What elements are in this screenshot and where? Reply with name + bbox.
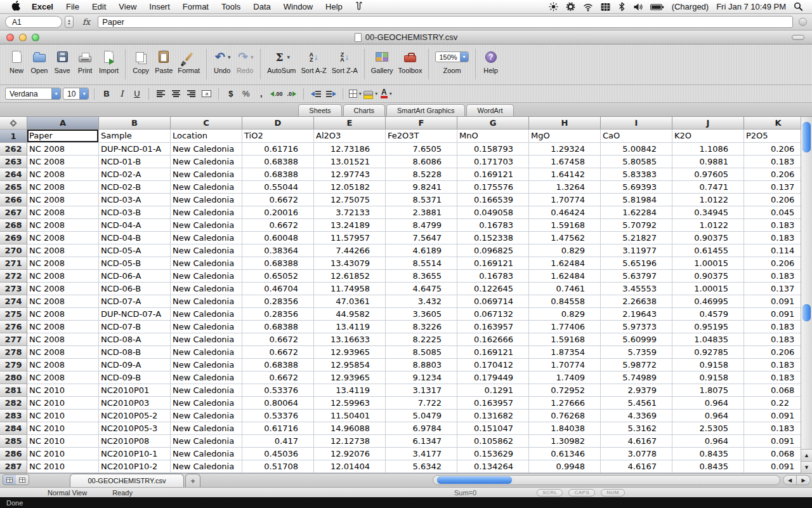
cell-D269[interactable]: 0.60048 (242, 232, 314, 244)
cell-D264[interactable]: 0.68388 (242, 168, 314, 181)
cell-J262[interactable]: 1.1086 (672, 143, 744, 156)
cell-B269[interactable]: NCD-04-B (99, 232, 171, 244)
cell-I274[interactable]: 2.26638 (601, 295, 672, 308)
cell-F268[interactable]: 8.4799 (386, 219, 457, 232)
column-header-I[interactable]: I (601, 117, 672, 130)
cell-H275[interactable]: 0.829 (529, 308, 601, 321)
cell-H282[interactable]: 1.27666 (529, 397, 601, 410)
cell-I266[interactable]: 5.81984 (601, 194, 672, 206)
cell-C270[interactable]: New Caledonia (171, 244, 242, 257)
cell-B262[interactable]: DUP-NCD-01-A (99, 143, 171, 156)
cell-F265[interactable]: 9.8241 (386, 181, 457, 194)
row-header-282[interactable]: 282 (0, 397, 27, 410)
cell-G278[interactable]: 0.169121 (457, 346, 529, 359)
cell-F262[interactable]: 7.6505 (386, 143, 457, 156)
cell-B272[interactable]: NCD-06-A (99, 270, 171, 283)
cell-F276[interactable]: 8.3226 (386, 321, 457, 333)
cell-H274[interactable]: 0.84558 (529, 295, 601, 308)
cell-J284[interactable]: 2.5305 (672, 422, 744, 435)
horizontal-scrollbar[interactable] (433, 475, 780, 485)
sort-z-a-button[interactable]: ZA↓Sort Z-A (329, 48, 360, 74)
cell-J270[interactable]: 0.61455 (672, 244, 744, 257)
cell-A286[interactable]: NC 2010 (27, 448, 99, 460)
cell-A287[interactable]: NC 2010 (27, 460, 99, 473)
cell-J287[interactable]: 0.8435 (672, 460, 744, 473)
cell-H279[interactable]: 1.70774 (529, 359, 601, 371)
cell-D273[interactable]: 0.46704 (242, 283, 314, 295)
cell-H263[interactable]: 1.67458 (529, 156, 601, 168)
cell-F286[interactable]: 3.4177 (386, 448, 457, 460)
column-header-E[interactable]: E (314, 117, 386, 130)
cell-B280[interactable]: NCD-09-B (99, 371, 171, 384)
row-header-270[interactable]: 270 (0, 244, 27, 257)
column-header-G[interactable]: G (457, 117, 529, 130)
cell-H268[interactable]: 1.59168 (529, 219, 601, 232)
cell-F277[interactable]: 8.2225 (386, 333, 457, 346)
menu-excel[interactable]: Excel (25, 2, 60, 11)
cell-D280[interactable]: 0.6672 (242, 371, 314, 384)
cell-C284[interactable]: New Caledonia (171, 422, 242, 435)
volume-icon[interactable] (633, 3, 643, 11)
row-header-262[interactable]: 262 (0, 143, 27, 156)
cell-G271[interactable]: 0.169121 (457, 257, 529, 270)
formula-input[interactable]: Paper (98, 16, 793, 28)
cell-H281[interactable]: 0.72952 (529, 384, 601, 397)
cell-E273[interactable]: 11.74958 (314, 283, 386, 295)
column-header-J[interactable]: J (672, 117, 744, 130)
cell-F269[interactable]: 7.5647 (386, 232, 457, 244)
cell-E265[interactable]: 12.05182 (314, 181, 386, 194)
cell-C265[interactable]: New Caledonia (171, 181, 242, 194)
row-header-287[interactable]: 287 (0, 460, 27, 473)
minimize-button[interactable] (19, 34, 27, 41)
bold-button[interactable]: B (100, 88, 113, 100)
row-header-284[interactable]: 284 (0, 422, 27, 435)
cell-B273[interactable]: NCD-06-B (99, 283, 171, 295)
cell-A269[interactable]: NC 2008 (27, 232, 99, 244)
cell-A266[interactable]: NC 2008 (27, 194, 99, 206)
cell-A262[interactable]: NC 2008 (27, 143, 99, 156)
cell-E267[interactable]: 3.72133 (314, 206, 386, 219)
cell-A285[interactable]: NC 2010 (27, 435, 99, 448)
cell-H278[interactable]: 1.87354 (529, 346, 601, 359)
comma-button[interactable]: , (254, 88, 268, 100)
cell-E287[interactable]: 12.01404 (314, 460, 386, 473)
cell-B263[interactable]: NCD-01-B (99, 156, 171, 168)
currency-button[interactable]: $ (224, 88, 237, 100)
cell-A270[interactable]: NC 2008 (27, 244, 99, 257)
cell-G262[interactable]: 0.158793 (457, 143, 529, 156)
cell-E263[interactable]: 13.01521 (314, 156, 386, 168)
cell-I280[interactable]: 5.74989 (601, 371, 672, 384)
cell-A280[interactable]: NC 2008 (27, 371, 99, 384)
print-button[interactable]: Print (74, 48, 96, 74)
cell-C279[interactable]: New Caledonia (171, 359, 242, 371)
cell-F280[interactable]: 9.1234 (386, 371, 457, 384)
cell-B286[interactable]: NC2010P10-1 (99, 448, 171, 460)
cell-C280[interactable]: New Caledonia (171, 371, 242, 384)
cell-D277[interactable]: 0.6672 (242, 333, 314, 346)
cell-H266[interactable]: 1.70774 (529, 194, 601, 206)
increase-indent-button[interactable] (324, 88, 337, 100)
cell-B281[interactable]: NC2010P01 (99, 384, 171, 397)
cell-B264[interactable]: NCD-02-A (99, 168, 171, 181)
cell-F287[interactable]: 5.6342 (386, 460, 457, 473)
tab-charts[interactable]: Charts (343, 104, 385, 116)
cell-E266[interactable]: 12.75075 (314, 194, 386, 206)
cell-F270[interactable]: 4.6189 (386, 244, 457, 257)
cell-F271[interactable]: 8.5514 (386, 257, 457, 270)
cell-F282[interactable]: 7.722 (386, 397, 457, 410)
cell-H271[interactable]: 1.62484 (529, 257, 601, 270)
cell-B274[interactable]: NCD-07-A (99, 295, 171, 308)
cell-E284[interactable]: 14.96088 (314, 422, 386, 435)
cell-C285[interactable]: New Caledonia (171, 435, 242, 448)
row-header-269[interactable]: 269 (0, 232, 27, 244)
cell-J264[interactable]: 0.97605 (672, 168, 744, 181)
name-box[interactable]: A1 (5, 16, 62, 28)
cell-A273[interactable]: NC 2008 (27, 283, 99, 295)
cell-D267[interactable]: 0.20016 (242, 206, 314, 219)
menubar-clock[interactable]: Fri Jan 7 10:49 PM (716, 2, 786, 11)
row-header-263[interactable]: 263 (0, 156, 27, 168)
cell-J285[interactable]: 0.964 (672, 435, 744, 448)
cell-G279[interactable]: 0.170412 (457, 359, 529, 371)
menu-data[interactable]: Data (247, 2, 277, 11)
cell-E272[interactable]: 12.61852 (314, 270, 386, 283)
